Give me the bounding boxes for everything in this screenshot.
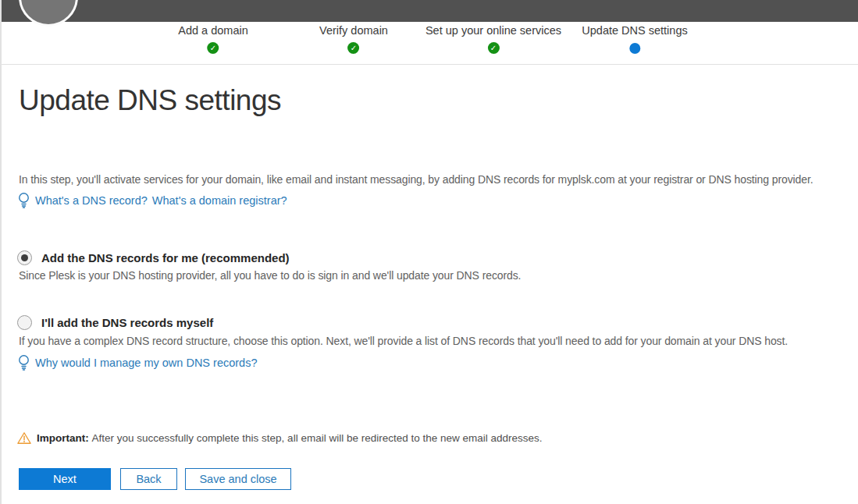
step-verify-domain: Verify domain — [319, 22, 388, 54]
why-manage-own-dns-link[interactable]: Why would I manage my own DNS records? — [35, 357, 257, 369]
whats-a-dns-record-link[interactable]: What's a DNS record? — [35, 194, 148, 207]
radio-option-1[interactable]: Add the DNS records for me (recommended) — [17, 250, 290, 265]
option-help-row: Why would I manage my own DNS records? — [17, 354, 257, 371]
step-complete-check-icon — [347, 42, 359, 54]
notice-body: After you successfully complete this ste… — [92, 432, 543, 444]
option-label: I'll add the DNS records myself — [41, 316, 213, 329]
step-complete-check-icon — [207, 42, 219, 54]
warning-triangle-icon — [17, 431, 31, 445]
whats-a-domain-registrar-link[interactable]: What's a domain registrar? — [152, 194, 287, 207]
step-current-dot-icon — [629, 43, 640, 54]
radio-button-add-records-myself[interactable] — [17, 315, 32, 330]
page-title: Update DNS settings — [19, 84, 281, 117]
radio-option-2[interactable]: I'll add the DNS records myself — [17, 315, 213, 330]
intro-text: In this step, you'll activate services f… — [19, 173, 855, 186]
step-add-a-domain: Add a domain — [178, 22, 247, 54]
option-label: Add the DNS records for me (recommended) — [41, 251, 290, 264]
step-label: Add a domain — [178, 22, 247, 39]
option-description: Since Plesk is your DNS hosting provider… — [19, 269, 856, 282]
top-navigation-bar — [2, 0, 858, 22]
back-button[interactable]: Back — [120, 468, 177, 490]
notice-label: Important: — [37, 432, 89, 444]
step-label: Set up your online services — [425, 22, 561, 39]
option-description: If you have a complex DNS record structu… — [19, 335, 856, 347]
setup-wizard-page: Add a domain Verify domain Set up your o… — [0, 0, 858, 504]
lightbulb-icon — [17, 354, 30, 371]
radio-button-add-records-for-me[interactable] — [17, 250, 32, 265]
save-and-close-button[interactable]: Save and close — [185, 468, 291, 490]
next-button[interactable]: Next — [19, 468, 111, 490]
step-complete-check-icon — [488, 42, 500, 54]
step-update-dns-settings: Update DNS settings — [582, 22, 687, 54]
notice-text: Important: After you successfully comple… — [37, 432, 543, 444]
wizard-stepper: Add a domain Verify domain Set up your o… — [2, 22, 858, 65]
intro-help-row: What's a DNS record? What's a domain reg… — [17, 192, 287, 208]
step-label: Verify domain — [319, 22, 388, 39]
step-set-up-online-services: Set up your online services — [425, 22, 561, 54]
step-label: Update DNS settings — [582, 22, 687, 39]
lightbulb-icon — [17, 192, 30, 208]
important-notice: Important: After you successfully comple… — [17, 431, 543, 445]
